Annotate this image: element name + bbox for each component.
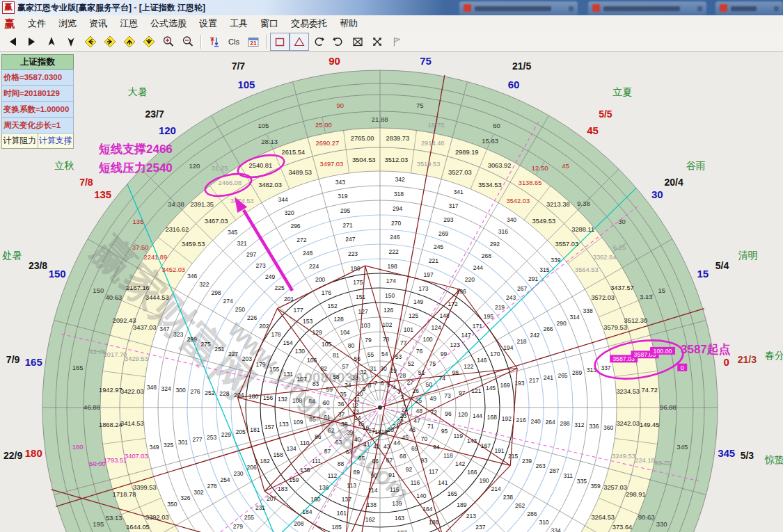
menu-item-2[interactable]: 浏览 xyxy=(52,15,83,32)
svg-text:118: 118 xyxy=(443,452,453,459)
svg-text:140: 140 xyxy=(416,492,426,499)
calc-support-button[interactable]: 计算支撑 xyxy=(38,134,74,149)
svg-text:100: 100 xyxy=(422,336,432,343)
svg-text:316: 316 xyxy=(498,228,508,235)
svg-text:255: 255 xyxy=(244,514,254,521)
svg-text:289: 289 xyxy=(572,369,582,376)
cls-button[interactable]: Cls xyxy=(224,33,244,51)
menu-item-4[interactable]: 江恩 xyxy=(113,15,144,32)
svg-text:6: 6 xyxy=(381,380,384,387)
svg-text:2316.62: 2316.62 xyxy=(165,226,189,233)
shift-updown-icon[interactable] xyxy=(205,33,224,51)
svg-text:3512.30: 3512.30 xyxy=(624,317,648,324)
diamond-up-icon[interactable] xyxy=(120,33,139,51)
svg-text:6.25: 6.25 xyxy=(613,243,626,251)
svg-text:59: 59 xyxy=(326,386,333,393)
svg-text:36: 36 xyxy=(338,401,345,408)
svg-text:0: 0 xyxy=(724,356,729,368)
svg-text:348: 348 xyxy=(147,384,157,391)
svg-text:120: 120 xyxy=(458,411,468,418)
svg-text:215: 215 xyxy=(508,453,518,460)
svg-text:272: 272 xyxy=(296,236,306,243)
svg-text:47: 47 xyxy=(413,417,420,424)
svg-text:80: 80 xyxy=(348,342,355,349)
svg-text:2167.16: 2167.16 xyxy=(126,284,150,291)
svg-text:2466.08: 2466.08 xyxy=(219,179,242,186)
svg-text:74.72: 74.72 xyxy=(642,387,658,394)
svg-text:115: 115 xyxy=(390,486,400,493)
next-arrow-icon[interactable] xyxy=(22,33,42,51)
tab-close-icon[interactable] xyxy=(697,6,702,11)
svg-text:30: 30 xyxy=(651,188,663,200)
menu-item-10[interactable]: 帮助 xyxy=(333,15,364,32)
center-cross-icon[interactable] xyxy=(367,33,387,51)
menu-item-3[interactable]: 资讯 xyxy=(83,15,113,32)
svg-text:处暑: 处暑 xyxy=(2,250,22,261)
menu-item-8[interactable]: 窗口 xyxy=(254,15,285,32)
svg-text:250: 250 xyxy=(235,306,245,313)
svg-text:286: 286 xyxy=(527,510,537,517)
prev-arrow-icon[interactable] xyxy=(3,33,22,51)
svg-text:29: 29 xyxy=(390,367,397,374)
svg-text:148: 148 xyxy=(440,312,450,319)
svg-text:178: 178 xyxy=(271,331,280,338)
tab-close-icon[interactable] xyxy=(569,6,574,11)
background-browser-tab[interactable] xyxy=(459,1,578,15)
svg-text:87: 87 xyxy=(324,448,331,455)
square-tool-icon[interactable] xyxy=(270,33,290,51)
svg-text:7/7: 7/7 xyxy=(232,61,246,72)
menu-item-1[interactable]: 文件 xyxy=(22,15,52,32)
background-browser-tab[interactable] xyxy=(715,1,783,15)
svg-text:299: 299 xyxy=(187,336,197,343)
svg-text:174: 174 xyxy=(386,277,396,284)
svg-text:224.18: 224.18 xyxy=(635,457,654,464)
svg-text:326: 326 xyxy=(180,494,190,501)
svg-text:319: 319 xyxy=(338,193,347,200)
rotate-cw-icon[interactable] xyxy=(309,33,329,51)
pointer-up-icon[interactable] xyxy=(42,33,61,51)
menu-item-7[interactable]: 工具 xyxy=(223,15,254,32)
svg-text:189: 189 xyxy=(457,501,466,508)
calendar-icon[interactable]: 21 xyxy=(244,33,263,51)
menu-item-6[interactable]: 设置 xyxy=(193,15,223,32)
gann-wheel-canvas[interactable]: 赢家财富网www.yingjia360.com10080036012345678… xyxy=(0,0,783,532)
svg-text:179: 179 xyxy=(255,361,265,368)
svg-text:270: 270 xyxy=(391,220,401,227)
svg-text:335: 335 xyxy=(577,478,587,485)
svg-text:158: 158 xyxy=(274,451,283,458)
svg-text:114: 114 xyxy=(368,487,378,494)
menu-item-5[interactable]: 公式选股 xyxy=(144,15,193,32)
svg-text:154: 154 xyxy=(283,339,293,346)
triangle-tool-icon[interactable] xyxy=(290,33,309,51)
index-info-panel: 上证指数 价格=3587.0300 时间=20180129 变换系数=1.000… xyxy=(1,54,74,149)
svg-text:128: 128 xyxy=(334,316,344,323)
svg-text:202: 202 xyxy=(259,323,269,330)
calc-resistance-button[interactable]: 计算阻力 xyxy=(1,134,38,149)
tab-close-icon[interactable] xyxy=(774,6,779,11)
rotate-ccw-icon[interactable] xyxy=(329,33,348,51)
pointer-down-icon[interactable] xyxy=(61,33,81,51)
svg-text:春分: 春分 xyxy=(765,350,783,361)
svg-text:241: 241 xyxy=(544,374,553,381)
svg-text:1868.24: 1868.24 xyxy=(99,421,122,428)
diamond-down-icon[interactable] xyxy=(139,33,159,51)
svg-text:208: 208 xyxy=(294,520,303,527)
background-browser-tab[interactable] xyxy=(588,1,706,15)
svg-text:75: 75 xyxy=(416,102,424,109)
svg-text:239: 239 xyxy=(522,458,532,465)
svg-text:立秋: 立秋 xyxy=(54,160,74,171)
box-x-icon[interactable] xyxy=(348,33,367,51)
zoom-in-icon[interactable] xyxy=(159,33,178,51)
menu-item-9[interactable]: 交易委托 xyxy=(285,15,333,32)
svg-text:2540.81: 2540.81 xyxy=(249,162,273,169)
diamond-right-icon[interactable] xyxy=(100,33,120,51)
svg-text:168: 168 xyxy=(487,414,497,421)
flag-icon[interactable] xyxy=(387,33,406,51)
svg-text:18.75: 18.75 xyxy=(428,121,445,129)
svg-text:218: 218 xyxy=(516,338,526,345)
svg-text:269: 269 xyxy=(438,230,448,237)
svg-text:3504.53: 3504.53 xyxy=(352,156,376,163)
zoom-out-icon[interactable] xyxy=(178,33,198,51)
support-annotation: 短线支撑2466 xyxy=(99,141,173,157)
diamond-left-icon[interactable] xyxy=(81,33,100,51)
